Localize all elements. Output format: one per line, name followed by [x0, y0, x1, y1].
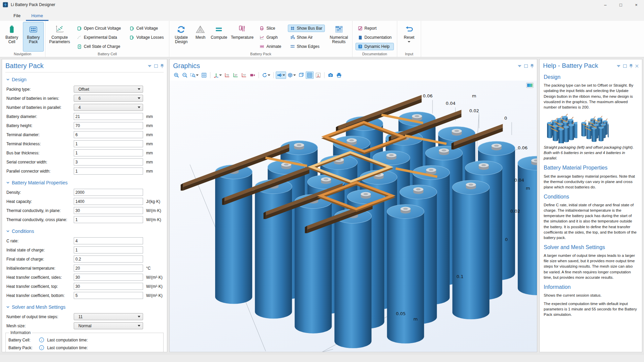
parallel-connector-width-field[interactable]: [74, 168, 143, 175]
info-icon[interactable]: i: [39, 345, 44, 350]
environment-dropdown-chevron-icon[interactable]: [293, 74, 296, 76]
scene-camera-button[interactable]: [248, 71, 257, 79]
final-state-of-charge-field[interactable]: [74, 255, 143, 263]
animate-button[interactable]: Animate: [257, 43, 283, 50]
compute-button[interactable]: Compute: [209, 22, 229, 52]
info-icon[interactable]: i: [39, 337, 44, 342]
rotate-button[interactable]: [261, 71, 271, 79]
c-rate-field[interactable]: [74, 237, 143, 244]
environment-button[interactable]: [286, 71, 297, 79]
battery-diameter-field[interactable]: [74, 113, 143, 120]
slice-button[interactable]: Slice: [257, 25, 283, 32]
menu-file[interactable]: File: [8, 11, 26, 21]
show-air-toggle[interactable]: Show Air: [288, 34, 325, 41]
cell-state-of-charge-button[interactable]: Cell State of Charge: [75, 43, 123, 50]
panel-float-icon[interactable]: [154, 64, 158, 68]
output-time-steps-select[interactable]: 11: [74, 313, 143, 320]
show-edges-toggle[interactable]: Show Edges: [288, 43, 325, 50]
view-xz-button[interactable]: xz: [240, 71, 248, 79]
battery-pack-button[interactable]: Battery Pack: [23, 22, 44, 52]
battery-pack-3d-view[interactable]: [170, 81, 537, 352]
print-button[interactable]: [335, 71, 343, 79]
graphics-canvas[interactable]: 0.06 0.04 m 0.02 0 0.06 0.04 m 0.02 0 0.…: [170, 81, 537, 352]
panel-float-icon[interactable]: [524, 64, 528, 68]
mesh-size-select[interactable]: Normal: [74, 322, 143, 329]
axis-tick-label: 0.05: [396, 311, 406, 316]
thermal-conductivity-cross-plane-field[interactable]: [74, 216, 143, 223]
bus-bar-thickness-field[interactable]: [74, 149, 143, 156]
update-design-button[interactable]: Update Design: [171, 22, 192, 52]
panel-menu-chevron-icon[interactable]: [148, 65, 151, 67]
zoom-box-dropdown-chevron-icon[interactable]: [196, 74, 199, 76]
panel-pin-icon[interactable]: [630, 64, 633, 68]
density-field[interactable]: [74, 189, 143, 196]
panel-close-icon[interactable]: [635, 64, 639, 68]
thermal-conductivity-in-plane-field[interactable]: [74, 207, 143, 214]
experimental-data-button[interactable]: Experimental Data: [75, 34, 123, 41]
compute-parameters-button[interactable]: Compute Parameters: [47, 22, 72, 52]
cell-voltage-icon: [130, 26, 134, 31]
initial-external-temperature-field[interactable]: [74, 265, 143, 272]
show-bus-bar-toggle[interactable]: Show Bus Bar: [288, 25, 325, 32]
batteries-in-series-select[interactable]: 6: [74, 95, 143, 102]
documentation-button[interactable]: Documentation: [355, 34, 394, 41]
scene-light-dropdown-chevron-icon[interactable]: [282, 74, 285, 76]
open-circuit-voltage-button[interactable]: Open Circuit Voltage: [75, 25, 123, 32]
image-snapshot-button[interactable]: [327, 71, 335, 79]
battery-cell-button[interactable]: Battery Cell: [1, 22, 22, 52]
panel-menu-chevron-icon[interactable]: [518, 65, 521, 67]
initial-state-of-charge-field[interactable]: [74, 246, 143, 253]
conditions-section-header[interactable]: Conditions: [6, 229, 167, 234]
collapse-chevron-icon: [6, 230, 9, 232]
voltage-losses-button[interactable]: Voltage Losses: [127, 34, 166, 41]
form-row: Number of batteries in series:6: [6, 95, 167, 102]
graphics-panel: Graphics xy yz xz: [169, 59, 537, 352]
solver-and-mesh-settings-section-header[interactable]: Solver and Mesh Settings: [6, 304, 167, 310]
battery-height-field[interactable]: [74, 122, 143, 129]
dynamic-help-toggle[interactable]: ? Dynamic Help: [355, 43, 394, 50]
heat-capacity-field[interactable]: [74, 198, 143, 205]
tab-home[interactable]: Home: [26, 11, 48, 21]
batteries-in-parallel-select[interactable]: 4: [74, 104, 143, 111]
heat-transfer-coefficient-bottom-field[interactable]: [74, 292, 143, 299]
panel-float-icon[interactable]: [623, 64, 627, 68]
reset-dropdown-chevron-icon[interactable]: [408, 41, 410, 42]
heat-transfer-coefficient-top-field[interactable]: [74, 283, 143, 290]
terminal-diameter-field[interactable]: [74, 131, 143, 138]
rotate-dropdown-chevron-icon[interactable]: [268, 74, 270, 76]
packing-type-select[interactable]: Offset: [74, 86, 143, 93]
panel-menu-chevron-icon[interactable]: [617, 65, 620, 67]
zoom-extents-button[interactable]: [200, 71, 208, 79]
serial-connector-width-field[interactable]: [74, 158, 143, 165]
color-legend-button[interactable]: [526, 83, 534, 88]
minimize-button[interactable]: –: [598, 0, 613, 9]
view-dropdown-chevron-icon[interactable]: [219, 74, 222, 76]
numerical-results-button[interactable]: Numerical Results: [327, 22, 351, 52]
mesh-button[interactable]: Mesh: [192, 22, 208, 52]
battery-material-properties-section-header[interactable]: Battery Material Properties: [6, 180, 167, 185]
panel-pin-icon[interactable]: [161, 64, 164, 68]
panel-pin-icon[interactable]: [531, 64, 534, 68]
show-grid-toggle[interactable]: [306, 71, 314, 79]
report-button[interactable]: Report: [355, 25, 394, 32]
graph-button[interactable]: Graph: [257, 34, 283, 41]
numerical-results-icon: [334, 25, 344, 34]
heat-transfer-coefficient-sides-field[interactable]: [74, 274, 143, 281]
zoom-box-button[interactable]: [189, 71, 200, 79]
scene-light-toggle[interactable]: [276, 71, 286, 79]
temperature-button[interactable]: Temperature: [229, 22, 255, 52]
zoom-in-button[interactable]: [172, 71, 180, 79]
reset-button[interactable]: Reset: [399, 22, 419, 52]
view-yz-button[interactable]: yz: [232, 71, 240, 79]
go-to-default-view-button[interactable]: [212, 71, 223, 79]
maximize-button[interactable]: □: [613, 0, 629, 9]
close-button[interactable]: ×: [629, 0, 644, 9]
view-xy-button[interactable]: xy: [223, 71, 231, 79]
cell-voltage-button[interactable]: Cell Voltage: [127, 25, 166, 32]
terminal-thickness-field[interactable]: [74, 140, 143, 147]
show-frame-button[interactable]: [297, 71, 305, 79]
printer-icon: [336, 72, 342, 78]
show-axis-button[interactable]: [314, 71, 322, 79]
zoom-out-button[interactable]: [181, 71, 189, 79]
design-section-header[interactable]: Design: [6, 77, 167, 82]
